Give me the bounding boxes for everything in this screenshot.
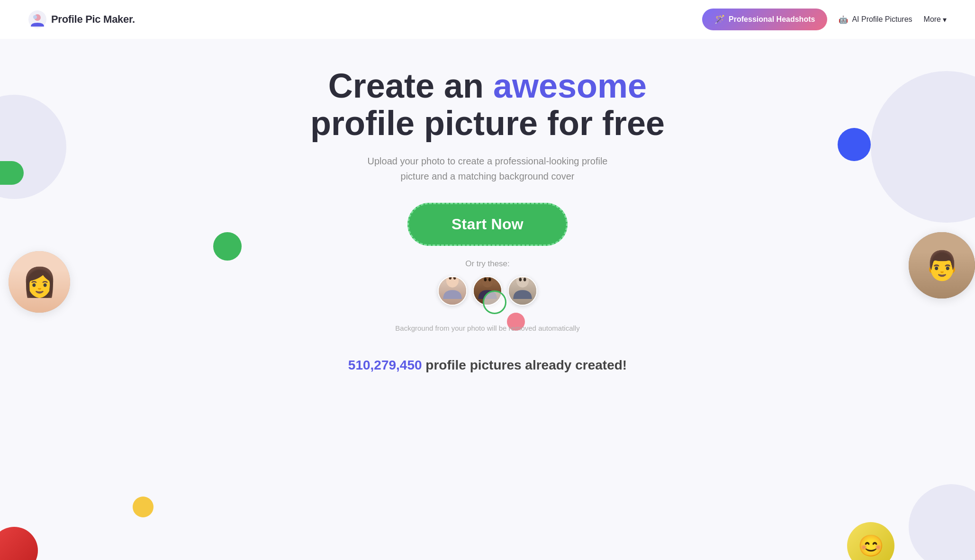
svg-point-13	[516, 277, 529, 288]
ai-profile-icon: 🤖	[839, 15, 848, 24]
sample-avatars	[438, 276, 537, 306]
sample-avatar-3[interactable]	[508, 276, 537, 306]
or-try-text: Or try these:	[465, 259, 510, 269]
stats-count: 510,279,450	[348, 358, 422, 372]
hero-title-part2: profile picture for free	[310, 104, 665, 142]
more-label: More	[924, 15, 941, 24]
navbar: Profile Pic Maker. 🪄 Professional Headsh…	[0, 0, 975, 39]
svg-point-9	[481, 277, 494, 288]
cursor-circle	[483, 290, 506, 314]
hero-title-part1: Create an	[328, 67, 493, 105]
headshots-button[interactable]: 🪄 Professional Headshots	[702, 9, 827, 30]
start-now-button[interactable]: Start Now	[407, 203, 568, 246]
headshots-label: Professional Headshots	[729, 15, 815, 24]
sample-avatar-1[interactable]	[438, 276, 467, 306]
deco-bottom-right-blob	[909, 484, 975, 560]
headshots-icon: 🪄	[714, 14, 725, 25]
svg-point-5	[446, 277, 459, 288]
deco-red-arc	[0, 527, 38, 560]
more-button[interactable]: More ▾	[924, 15, 947, 24]
ai-profile-button[interactable]: 🤖 AI Profile Pictures	[839, 15, 912, 24]
chevron-down-icon: ▾	[943, 15, 947, 24]
stats-row: 510,279,450 profile pictures already cre…	[348, 358, 627, 373]
logo-icon	[28, 10, 46, 28]
deco-yellow-face-bottom: 😊	[847, 522, 894, 560]
logo-link[interactable]: Profile Pic Maker.	[28, 10, 135, 28]
svg-point-10	[484, 278, 487, 281]
hero-subtitle: Upload your photo to create a profession…	[364, 154, 611, 184]
hero-section: Create an awesome profile picture for fr…	[0, 39, 975, 387]
svg-point-14	[519, 278, 522, 281]
svg-point-2	[33, 15, 37, 19]
svg-point-15	[524, 278, 526, 281]
ai-profile-label: AI Profile Pictures	[852, 15, 912, 24]
hero-title-highlight: awesome	[493, 67, 647, 105]
navbar-actions: 🪄 Professional Headshots 🤖 AI Profile Pi…	[702, 9, 947, 30]
brand-name: Profile Pic Maker.	[51, 13, 135, 26]
bg-removed-text: Background from your photo will be remov…	[395, 323, 579, 334]
hero-title: Create an awesome profile picture for fr…	[310, 67, 665, 142]
stats-suffix: profile pictures already created!	[422, 358, 627, 372]
svg-point-11	[488, 278, 491, 281]
deco-yellow-dot	[133, 497, 153, 517]
